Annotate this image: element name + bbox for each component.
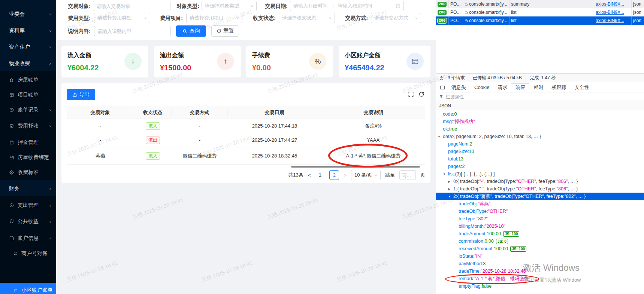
fee-item-select[interactable]: 请选择费用项目 ∨ xyxy=(186,13,242,23)
export-icon xyxy=(72,92,77,97)
tab-栈跟踪[interactable]: 栈跟踪 xyxy=(547,83,570,92)
sidebar-item-expense-management[interactable]: 支出管理 ∨ xyxy=(0,198,56,213)
json-value: "-" xyxy=(480,186,484,192)
sidebar-item-fee-standards[interactable]: 收费标准 xyxy=(0,165,56,180)
fee-type-select[interactable]: 请选择费用类型 ∨ xyxy=(94,13,150,23)
table-cell: 2025-10-28 18:32:45 xyxy=(228,153,321,159)
home-icon xyxy=(9,77,14,83)
reset-button[interactable]: 重置 xyxy=(211,25,239,37)
chevron-right-icon[interactable]: > xyxy=(344,172,347,178)
sidebar-item-deposit-management[interactable]: 押金管理 xyxy=(0,135,56,150)
twisty-expanded-icon[interactable]: ▼ xyxy=(448,195,453,198)
twisty-collapsed-icon[interactable]: ▶ xyxy=(448,180,453,183)
sidebar-item-house-bills[interactable]: 房屋账单 xyxy=(0,73,56,88)
initiator-link[interactable]: axios-BlN9X... xyxy=(596,10,624,15)
json-key: ok xyxy=(443,126,448,132)
fullscreen-icon[interactable] xyxy=(408,91,414,97)
fee-item-label: 费用项目: xyxy=(157,13,183,23)
expense-icon xyxy=(9,203,14,208)
json-line[interactable]: ▶0: { tradeObj: "-", tradeObjType: "OTHE… xyxy=(436,178,644,185)
json-line: code: 0 xyxy=(436,110,644,118)
chevron-down-icon: ∨ xyxy=(49,108,52,112)
js-value-badge: JS: 0 xyxy=(496,239,508,244)
stat-value: ¥0.00 xyxy=(252,64,271,72)
twisty-expanded-icon[interactable]: ▼ xyxy=(443,172,448,176)
jump-page-input[interactable] xyxy=(399,170,416,180)
sidebar-item-finance[interactable]: 财务 ∧ xyxy=(0,181,56,196)
tab-安全性[interactable]: 安全性 xyxy=(570,83,593,92)
sidebar-item-public-income[interactable]: 公共收益 ∨ xyxy=(0,214,56,229)
json-value: 0 xyxy=(454,111,457,117)
sidebar-item-account-info[interactable]: 账户信息 ∧ xyxy=(0,231,56,246)
initiator-link[interactable]: axios-BlN9X... xyxy=(596,1,624,7)
search-button[interactable]: 查询 xyxy=(176,25,206,37)
sidebar-item-label: 物业收费 xyxy=(9,60,30,67)
sidebar-item-label: 房屋收费绑定 xyxy=(18,154,49,161)
json-line: feeType: "802" xyxy=(436,215,644,223)
sidebar-item-project-bills[interactable]: 项目账单 xyxy=(0,88,56,102)
object-type-select[interactable]: 请选择对象类型 ∨ xyxy=(202,1,257,11)
devtools-panel: 200PO...console.smartxfjy...summaryaxios… xyxy=(436,0,644,294)
trade-date-range-picker[interactable]: 请输入开始时间 → 请输入结束时间 xyxy=(290,1,404,11)
export-button[interactable]: 导出 xyxy=(67,89,95,100)
calendar-icon xyxy=(396,4,400,9)
json-line[interactable]: ▼list: (3)[ {…}, {…}, {…} ] xyxy=(436,170,644,178)
sidebar-item-property-fees[interactable]: 物业收费 ∧ xyxy=(0,56,56,71)
panel-toggle-icon[interactable] xyxy=(438,83,447,92)
json-line[interactable]: ▼data: { pageNum: 2, pageSize: 10, total… xyxy=(436,133,644,140)
sidebar-item-bill-records[interactable]: 账单记录 ∨ xyxy=(0,102,56,117)
page-number-1[interactable]: 1 xyxy=(315,170,325,180)
sidebar-item-owners-committee[interactable]: 业委会 ∨ xyxy=(0,7,56,22)
chevron-left-icon[interactable]: < xyxy=(308,172,311,178)
select-placeholder: 请选择收支状态 xyxy=(282,15,327,21)
tab-消息头[interactable]: 消息头 xyxy=(447,83,470,92)
sidebar-item-house-fee-binding[interactable]: 房屋收费绑定 xyxy=(0,150,56,165)
chevron-down-icon: ∨ xyxy=(375,174,377,177)
json-value: "OTHER" xyxy=(516,179,536,184)
network-request-row[interactable]: 200PO...console.smartxfjy...listaxios-Bl… xyxy=(436,16,644,25)
refresh-icon[interactable] xyxy=(418,91,424,97)
jump-label: 跳至 xyxy=(385,172,395,178)
json-section-header[interactable]: JSON xyxy=(436,101,644,110)
sidebar-item-library[interactable]: 资料库 ∨ xyxy=(0,23,56,38)
json-line[interactable]: ▼2: { tradeObj: "蒋燕", tradeObjType: "OTH… xyxy=(436,193,644,200)
request-count: 3 个请求 xyxy=(448,75,465,81)
sidebar-item-merchant-reconciliation[interactable]: 商户号对账 xyxy=(0,246,56,261)
io-state-select[interactable]: 请选择收支状态 ∨ xyxy=(279,13,335,23)
remark-input[interactable] xyxy=(94,26,171,36)
filter-properties-input[interactable] xyxy=(445,94,641,100)
network-request-row[interactable]: 200PO...console.smartxfjy...summaryaxios… xyxy=(436,0,644,8)
network-request-row[interactable]: 200PO...console.smartxfjy...listaxios-Bl… xyxy=(436,8,644,16)
trade-method-select[interactable]: 请选择交易方式 ∨ xyxy=(371,13,421,23)
status-badge: 200 xyxy=(438,10,447,15)
tab-响应[interactable]: 响应 xyxy=(511,83,529,92)
json-value: "OTHER" xyxy=(488,209,508,214)
sidebar-item-label: 押金管理 xyxy=(18,139,39,146)
type-cell: json xyxy=(632,16,644,25)
twisty-collapsed-icon[interactable]: ▶ xyxy=(448,187,453,191)
search-button-label: 查询 xyxy=(190,28,200,34)
json-value: "-" xyxy=(480,179,484,184)
json-line[interactable]: ▶1: { tradeObj: "-", tradeObjType: "OTHE… xyxy=(436,185,644,193)
initiator-link[interactable]: axios-BlN9X... xyxy=(596,18,624,23)
page-number-2[interactable]: 2 xyxy=(329,170,339,180)
json-value: "806" xyxy=(557,179,568,184)
tab-耗时[interactable]: 耗时 xyxy=(529,83,547,92)
horizontal-scrollbar[interactable] xyxy=(291,166,420,168)
table-cell: 流入 xyxy=(134,122,172,130)
tab-请求[interactable]: 请求 xyxy=(493,83,511,92)
stat-card-outflow: 流出金额 ¥1500.00 ↑ xyxy=(154,46,241,77)
json-value: "操作成功" xyxy=(453,119,475,125)
tab-Cookie[interactable]: Cookie xyxy=(470,83,493,92)
column-header: 交易说明 xyxy=(321,109,425,116)
twisty-expanded-icon[interactable]: ▼ xyxy=(438,135,443,138)
sidebar-item-assets-residents[interactable]: 资产住户 ∨ xyxy=(0,40,56,55)
page-size-select[interactable]: 10 条/页 ∨ xyxy=(351,170,381,180)
json-line: commission: 0.00JS: 0 xyxy=(436,238,644,245)
trade-object-input[interactable] xyxy=(93,1,170,11)
chevron-down-icon: ∨ xyxy=(329,16,332,20)
json-key: pages xyxy=(448,164,461,169)
stat-value: ¥1500.00 xyxy=(160,64,191,72)
sidebar-item-community-account-bill[interactable]: 小区账户账单 xyxy=(0,283,56,294)
sidebar-item-fee-collection[interactable]: 费用托收 ∨ xyxy=(0,119,56,134)
